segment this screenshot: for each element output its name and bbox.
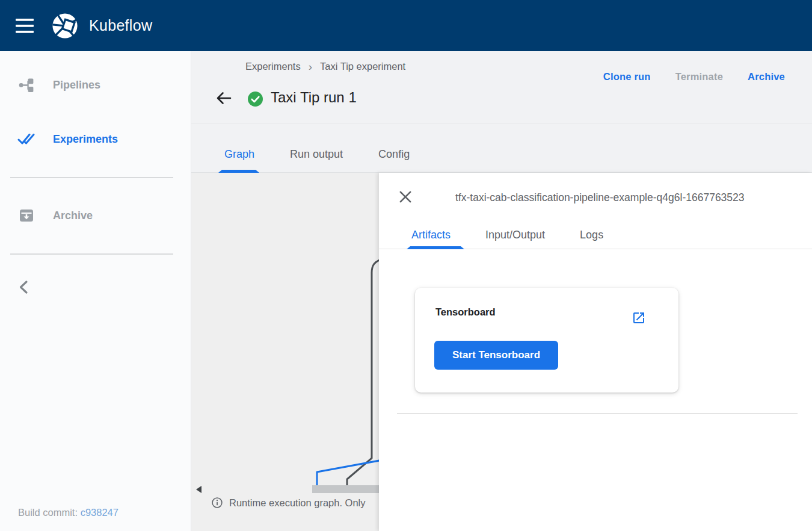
active-tab-indicator [407,246,464,249]
breadcrumb: Experiments › Taxi Tip experiment [245,61,405,72]
page-header: Experiments › Taxi Tip experiment Taxi T… [191,51,812,123]
chevron-left-icon [16,279,32,296]
open-in-new-icon[interactable] [632,311,646,325]
kubeflow-app: Kubeflow Pipelines Experim [0,0,812,531]
panel-divider [397,413,798,414]
archive-button[interactable]: Archive [748,71,785,82]
experiments-icon [17,132,35,146]
top-app-bar: Kubeflow [0,0,812,51]
kubeflow-logo [49,10,81,42]
clone-run-button[interactable]: Clone run [603,71,651,82]
tab-artifacts[interactable]: Artifacts [411,229,451,241]
breadcrumb-separator-icon: › [309,61,312,72]
back-button[interactable] [215,90,232,107]
close-icon [397,188,414,205]
run-title: Taxi Tip run 1 [271,89,357,106]
hamburger-menu-icon[interactable] [11,12,38,40]
app-title: Kubeflow [89,17,152,34]
home-link[interactable]: Kubeflow [49,10,152,42]
tab-config[interactable]: Config [378,148,410,161]
hamburger-bars [15,18,34,34]
sidebar-item-experiments[interactable]: Experiments [0,126,191,152]
build-commit-label: Build commit: [18,507,78,518]
sidebar-divider [10,177,173,178]
sidebar-item-pipelines[interactable]: Pipelines [0,72,191,98]
close-panel-button[interactable] [397,188,414,205]
build-info: Build commit: c938247 [18,507,118,518]
build-commit-link[interactable]: c938247 [81,507,118,518]
tab-run-output[interactable]: Run output [290,148,343,161]
sidebar-nav: Pipelines Experiments Archive [0,51,191,531]
step-detail-tabs: Artifacts Input/Output Logs [379,221,812,249]
start-tensorboard-button[interactable]: Start Tensorboard [434,341,558,370]
run-actions: Clone run Terminate Archive [603,71,785,82]
tab-input-output[interactable]: Input/Output [485,229,545,241]
sidebar-collapse-button[interactable] [16,279,34,297]
sidebar-item-label: Experiments [53,133,118,146]
step-name: tfx-taxi-cab-classification-pipeline-exa… [455,191,798,204]
tensorboard-card-title: Tensorboard [435,306,496,318]
tab-graph[interactable]: Graph [224,148,254,161]
graph-edges [191,173,379,531]
terminate-button[interactable]: Terminate [675,71,723,82]
horizontal-scrollbar[interactable] [312,485,379,493]
sidebar-divider [10,253,173,255]
sidebar-item-label: Archive [53,210,93,222]
tab-logs[interactable]: Logs [580,229,603,241]
scroll-left-icon[interactable] [196,486,201,493]
tensorboard-card: Tensorboard Start Tensorboard [415,288,678,393]
pipeline-graph-canvas[interactable]: Runtime execution graph. Only [191,173,379,531]
main-content: Experiments › Taxi Tip experiment Taxi T… [191,51,812,531]
sidebar-item-label: Pipelines [53,79,100,92]
step-detail-panel: tfx-taxi-cab-classification-pipeline-exa… [379,173,812,531]
sidebar-item-archive[interactable]: Archive [0,202,191,229]
info-icon [211,497,223,509]
back-arrow-icon [215,90,232,107]
breadcrumb-experiment-name[interactable]: Taxi Tip experiment [320,61,405,72]
graph-note-text: Runtime execution graph. Only [229,497,366,509]
breadcrumb-experiments[interactable]: Experiments [245,61,301,72]
archive-icon [17,208,35,223]
run-tabs: Graph Run output Config [191,123,812,173]
graph-note: Runtime execution graph. Only [211,497,366,509]
run-content: Runtime execution graph. Only tfx-taxi-c… [191,173,812,531]
run-status-success-icon [248,92,263,107]
pipelines-icon [17,77,35,93]
